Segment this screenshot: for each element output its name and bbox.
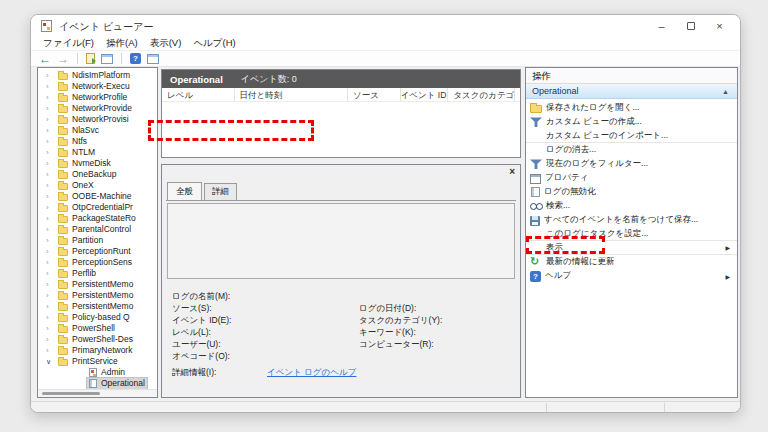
menu-item[interactable]: ヘルプ(H) <box>187 37 241 50</box>
action-item[interactable]: 現在のログをフィルター... <box>526 157 737 171</box>
chevron-icon[interactable] <box>46 235 56 246</box>
tree-item[interactable]: NlaSvc <box>38 125 151 136</box>
tree-item[interactable]: OOBE-Machine <box>38 191 151 202</box>
menu-item[interactable]: ファイル(F) <box>37 37 100 50</box>
column-level[interactable]: レベル <box>162 88 235 101</box>
preview-close-icon[interactable]: × <box>509 166 515 178</box>
chevron-icon[interactable] <box>46 92 56 103</box>
chevron-icon[interactable] <box>46 323 56 334</box>
chevron-icon[interactable] <box>46 169 56 180</box>
collapse-arrow-icon[interactable] <box>722 88 729 95</box>
tab-details[interactable]: 詳細 <box>204 183 237 200</box>
chevron-icon[interactable] <box>46 103 56 114</box>
chevron-icon[interactable] <box>46 213 56 224</box>
tree-item[interactable]: Admin <box>38 367 151 378</box>
actions-section-header[interactable]: Operational <box>526 84 737 99</box>
maximize-button[interactable] <box>676 15 705 37</box>
chevron-icon[interactable] <box>46 301 56 312</box>
chevron-icon[interactable] <box>46 246 56 257</box>
tree-item[interactable]: PersistentMemo <box>38 290 151 301</box>
chevron-icon[interactable] <box>46 158 56 169</box>
show-console-tree-button[interactable] <box>86 53 95 64</box>
tree-item[interactable]: Partition <box>38 235 151 246</box>
tree-item[interactable]: PerceptionRunt <box>38 246 151 257</box>
chevron-icon[interactable] <box>46 81 56 92</box>
tree-item[interactable]: NetworkProfile <box>38 92 151 103</box>
minimize-button[interactable]: – <box>647 15 676 37</box>
column-task-category[interactable]: タスクのカテゴリ <box>448 88 515 101</box>
chevron-icon[interactable] <box>46 312 56 323</box>
column-source[interactable]: ソース <box>348 88 401 101</box>
scrollbar-thumb[interactable] <box>42 392 100 395</box>
action-item[interactable]: プロパティ <box>526 171 737 185</box>
chevron-icon[interactable] <box>46 125 56 136</box>
show-hide-tree-button[interactable] <box>101 54 113 64</box>
tree-item[interactable]: PersistentMemo <box>38 301 151 312</box>
forward-button[interactable]: → <box>57 53 69 65</box>
action-item-icon <box>530 216 540 226</box>
chevron-icon[interactable] <box>46 114 56 125</box>
chevron-icon[interactable] <box>46 290 56 301</box>
column-date-time[interactable]: 日付と時刻 <box>235 88 348 101</box>
tab-general[interactable]: 全般 <box>167 182 202 201</box>
action-item[interactable]: カスタム ビューの作成... <box>526 115 737 129</box>
tree-item[interactable]: NdisImPlatform <box>38 70 151 81</box>
action-item[interactable]: 保存されたログを開く... <box>526 101 737 115</box>
menu-item[interactable]: 表示(V) <box>144 37 188 50</box>
tree-item[interactable]: PrintService <box>38 356 151 367</box>
chevron-icon[interactable] <box>46 257 56 268</box>
tree-item[interactable]: PrimaryNetwork <box>38 345 151 356</box>
tree-item[interactable]: PowerShell-Des <box>38 334 151 345</box>
tree-item[interactable]: Network-Execu <box>38 81 151 92</box>
tree-item[interactable]: Operational <box>38 378 151 389</box>
event-log-help-link[interactable]: イベント ログのヘルプ <box>267 367 356 379</box>
tree-item-label: PowerShell-Des <box>72 334 133 345</box>
menu-item[interactable]: 操作(A) <box>100 37 144 50</box>
action-item[interactable]: ログの消去... <box>526 143 737 157</box>
chevron-icon[interactable] <box>46 279 56 290</box>
back-button[interactable]: ← <box>39 53 51 65</box>
action-item[interactable]: このログにタスクを設定... <box>526 227 737 241</box>
action-item[interactable]: すべてのイベントを名前をつけて保存... <box>526 213 737 227</box>
tree-item[interactable]: OneBackup <box>38 169 151 180</box>
chevron-icon[interactable] <box>46 334 56 345</box>
tree-item[interactable]: OneX <box>38 180 151 191</box>
event-list-empty-area[interactable] <box>162 102 520 157</box>
action-item[interactable]: カスタム ビューのインポート... <box>526 129 737 143</box>
tree-item[interactable]: NetworkProvisi <box>38 114 151 125</box>
action-item[interactable]: ログの無効化 <box>526 185 737 199</box>
chevron-icon[interactable] <box>46 356 56 367</box>
chevron-icon[interactable] <box>46 136 56 147</box>
action-item[interactable]: 検索... <box>526 199 737 213</box>
chevron-icon[interactable] <box>46 191 56 202</box>
chevron-icon[interactable] <box>46 180 56 191</box>
tree-item[interactable]: NvmeDisk <box>38 158 151 169</box>
chevron-icon[interactable] <box>46 268 56 279</box>
tree-item[interactable]: NetworkProvide <box>38 103 151 114</box>
tree-item[interactable]: PersistentMemo <box>38 279 151 290</box>
chevron-icon[interactable] <box>46 202 56 213</box>
show-hide-action-pane-button[interactable] <box>147 54 159 64</box>
column-event-id[interactable]: イベント ID <box>401 88 449 101</box>
chevron-icon[interactable] <box>46 224 56 235</box>
tree-item[interactable]: OtpCredentialPr <box>38 202 151 213</box>
close-button[interactable]: × <box>705 15 734 37</box>
action-item[interactable]: ヘルプ <box>526 269 737 283</box>
tree-item[interactable]: ParentalControl <box>38 224 151 235</box>
tree-horizontal-scrollbar[interactable] <box>38 389 157 397</box>
tree-item[interactable]: PowerShell <box>38 323 151 334</box>
action-item[interactable]: 表示 <box>526 241 737 255</box>
tree-item-label: ParentalControl <box>72 224 131 235</box>
tree-item[interactable]: Ntfs <box>38 136 151 147</box>
action-item-icon <box>530 105 542 113</box>
tree-item[interactable]: NTLM <box>38 147 151 158</box>
action-item[interactable]: 最新の情報に更新 <box>526 255 737 269</box>
tree-item[interactable]: PerceptionSens <box>38 257 151 268</box>
tree-item[interactable]: Perflib <box>38 268 151 279</box>
tree-item[interactable]: PackageStateRo <box>38 213 151 224</box>
tree-item[interactable]: Policy-based Q <box>38 312 151 323</box>
help-toolbar-button[interactable] <box>130 53 141 64</box>
chevron-icon[interactable] <box>46 345 56 356</box>
chevron-icon[interactable] <box>46 70 56 81</box>
chevron-icon[interactable] <box>46 147 56 158</box>
